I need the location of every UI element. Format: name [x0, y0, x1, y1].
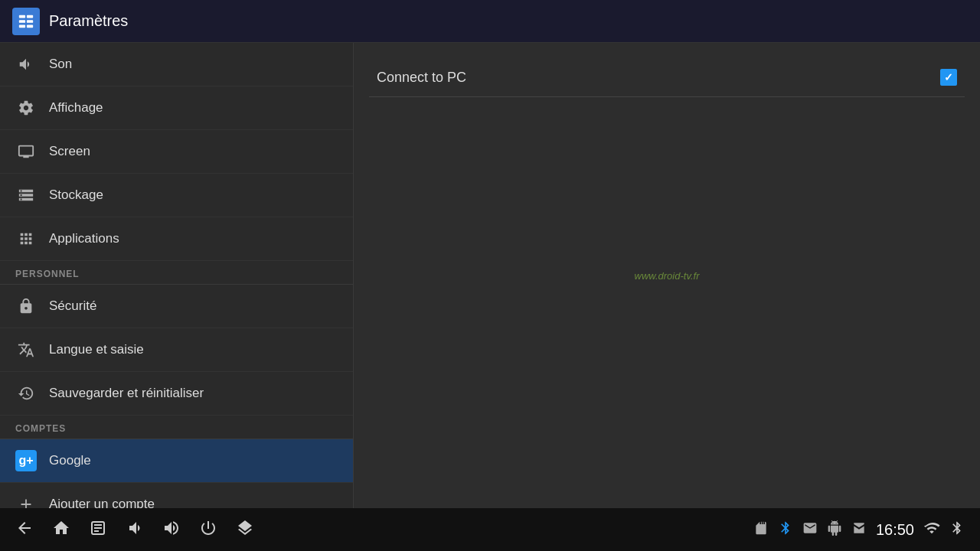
lock-icon — [15, 295, 37, 317]
sidebar-label-affichage: Affichage — [49, 100, 103, 116]
svg-rect-9 — [94, 530, 99, 532]
home-icon[interactable] — [52, 519, 70, 541]
language-icon — [15, 339, 37, 360]
volume-up-icon[interactable] — [162, 519, 181, 541]
sidebar: Son Affichage Screen Stockage Applicatio… — [0, 43, 354, 508]
app-icon — [12, 8, 40, 35]
power-icon[interactable] — [199, 519, 217, 541]
sidebar-item-ajouter[interactable]: Ajouter un compte — [0, 483, 353, 508]
sd-card-icon — [753, 520, 769, 540]
volume-down-icon[interactable] — [126, 519, 144, 541]
sidebar-label-son: Son — [49, 57, 72, 72]
svg-rect-1 — [27, 15, 33, 18]
recents-icon[interactable] — [89, 519, 107, 541]
svg-rect-3 — [27, 20, 33, 23]
volume-icon — [15, 54, 37, 75]
bottom-nav-left — [15, 519, 254, 541]
time-display: 16:50 — [876, 521, 914, 539]
layers-icon[interactable] — [236, 519, 254, 541]
bottom-bar: 16:50 — [0, 508, 980, 551]
store-icon — [851, 520, 867, 540]
sidebar-label-stockage: Stockage — [49, 187, 103, 203]
svg-rect-8 — [94, 527, 102, 529]
sidebar-item-affichage[interactable]: Affichage — [0, 86, 353, 130]
sidebar-item-sauvegarder[interactable]: Sauvegarder et réinitialiser — [0, 372, 353, 416]
section-header-comptes: COMPTES — [0, 416, 353, 439]
svg-rect-4 — [19, 24, 25, 28]
display-icon — [15, 97, 37, 119]
svg-rect-7 — [94, 524, 102, 526]
sidebar-item-son[interactable]: Son — [0, 43, 353, 86]
svg-rect-2 — [19, 20, 25, 23]
sidebar-item-applications[interactable]: Applications — [0, 217, 353, 261]
sidebar-item-stockage[interactable]: Stockage — [0, 174, 353, 217]
app-title: Paramètres — [49, 12, 128, 30]
svg-rect-0 — [19, 15, 25, 18]
bluetooth-active-icon — [778, 520, 793, 540]
sidebar-item-langue[interactable]: Langue et saisie — [0, 328, 353, 372]
storage-icon — [15, 184, 37, 206]
top-bar: Paramètres — [0, 0, 980, 43]
bottom-status-right: 16:50 — [753, 520, 965, 540]
connect-to-pc-label: Connect to PC — [377, 70, 466, 86]
sidebar-label-screen: Screen — [49, 144, 90, 159]
back-icon[interactable] — [15, 519, 34, 541]
mail-icon — [802, 520, 818, 540]
sidebar-label-sauvegarder: Sauvegarder et réinitialiser — [49, 386, 204, 401]
svg-rect-5 — [27, 24, 33, 28]
bluetooth-icon — [949, 520, 965, 540]
wifi-icon — [923, 520, 940, 540]
screen-icon — [15, 141, 37, 162]
backup-icon — [15, 383, 37, 404]
google-icon: g+ — [15, 450, 37, 471]
sidebar-label-applications: Applications — [49, 231, 119, 246]
sidebar-item-securite[interactable]: Sécurité — [0, 285, 353, 328]
sidebar-label-google: Google — [49, 453, 91, 468]
add-account-icon — [15, 494, 37, 508]
sidebar-item-screen[interactable]: Screen — [0, 130, 353, 174]
apps-icon — [15, 228, 37, 249]
connect-to-pc-checkbox[interactable] — [940, 69, 957, 86]
sidebar-label-ajouter: Ajouter un compte — [49, 497, 155, 508]
android-icon — [827, 520, 842, 540]
connect-to-pc-row[interactable]: Connect to PC — [369, 58, 965, 97]
section-header-personnel: PERSONNEL — [0, 261, 353, 285]
watermark: www.droid-tv.fr — [635, 270, 700, 282]
sidebar-label-securite: Sécurité — [49, 298, 96, 314]
main-content: Connect to PC www.droid-tv.fr — [354, 43, 980, 508]
sidebar-label-langue: Langue et saisie — [49, 342, 144, 357]
sidebar-item-google[interactable]: g+ Google — [0, 439, 353, 483]
